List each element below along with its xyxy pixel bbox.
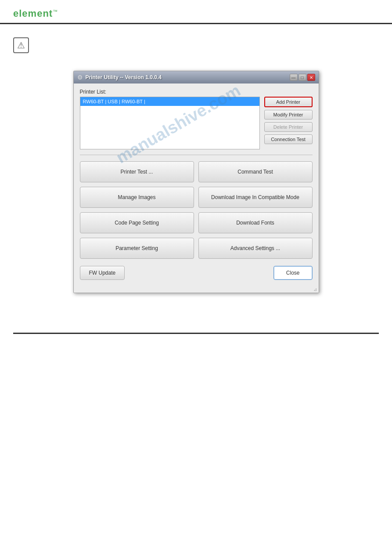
- advanced-settings-button[interactable]: Advanced Settings ...: [198, 238, 313, 259]
- delete-printer-button[interactable]: Delete Printer: [264, 122, 313, 132]
- printer-buttons: Add Printer Modify Printer Delete Printe…: [264, 97, 313, 149]
- close-dialog-button[interactable]: Close: [273, 266, 313, 280]
- title-bar-buttons: — □ ✕: [290, 74, 315, 81]
- maximize-button[interactable]: □: [298, 74, 306, 81]
- printer-list-item[interactable]: RW60-BT | USB | RW60-BT |: [80, 97, 259, 106]
- dialog-window: ⚙ Printer Utility -- Version 1.0.0.4 — □…: [73, 71, 319, 293]
- main-content: manualshive.com ⚙ Printer Utility -- Ver…: [0, 58, 392, 306]
- fw-update-button[interactable]: FW Update: [80, 266, 125, 280]
- brand-logo: element™: [13, 8, 379, 19]
- connection-test-button[interactable]: Connection Test: [264, 134, 313, 144]
- title-bar: ⚙ Printer Utility -- Version 1.0.0.4 — □…: [74, 71, 319, 83]
- warning-area: ⚠: [0, 24, 392, 58]
- action-buttons-grid: Printer Test ... Command Test Manage Ima…: [80, 161, 313, 259]
- dialog-wrapper: manualshive.com ⚙ Printer Utility -- Ver…: [73, 71, 319, 293]
- printer-test-button[interactable]: Printer Test ...: [80, 161, 194, 182]
- modify-printer-button[interactable]: Modify Printer: [264, 110, 313, 120]
- bottom-buttons: FW Update Close: [80, 266, 313, 280]
- minimize-button[interactable]: —: [290, 74, 298, 81]
- section-divider: [80, 155, 313, 155]
- dialog-title: Printer Utility -- Version 1.0.0.4: [86, 74, 162, 80]
- page-header: element™: [0, 0, 392, 24]
- parameter-setting-button[interactable]: Parameter Setting: [80, 238, 194, 259]
- bottom-divider: [13, 333, 379, 334]
- code-page-setting-button[interactable]: Code Page Setting: [80, 212, 194, 233]
- gear-icon: ⚙: [77, 74, 83, 81]
- warning-icon: ⚠: [13, 37, 29, 53]
- printer-list-area: RW60-BT | USB | RW60-BT | Add Printer Mo…: [80, 97, 313, 149]
- add-printer-button[interactable]: Add Printer: [264, 97, 313, 107]
- brand-trademark: ™: [53, 9, 58, 14]
- download-fonts-button[interactable]: Download Fonts: [198, 212, 313, 233]
- resize-handle[interactable]: ⊿: [74, 286, 319, 293]
- command-test-button[interactable]: Command Test: [198, 161, 313, 182]
- manage-images-button[interactable]: Manage Images: [80, 187, 194, 208]
- dialog-body: Printer List: RW60-BT | USB | RW60-BT | …: [74, 83, 319, 286]
- brand-name: element: [13, 8, 53, 19]
- window-close-button[interactable]: ✕: [307, 74, 315, 81]
- title-bar-left: ⚙ Printer Utility -- Version 1.0.0.4: [77, 74, 162, 81]
- printer-list-label: Printer List:: [80, 89, 313, 95]
- printer-listbox[interactable]: RW60-BT | USB | RW60-BT |: [80, 97, 260, 149]
- download-image-compatible-button[interactable]: Download Image In Compatible Mode: [198, 187, 313, 208]
